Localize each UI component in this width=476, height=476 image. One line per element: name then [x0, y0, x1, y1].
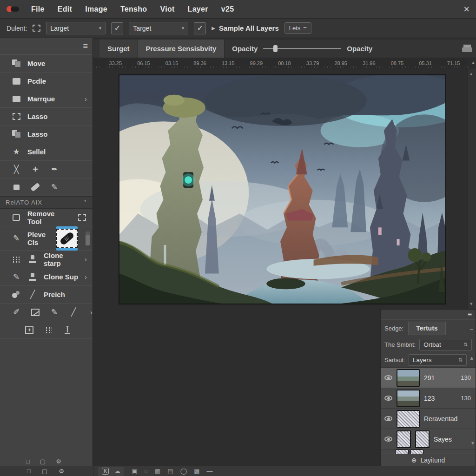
menu-layer[interactable]: Layer [188, 5, 208, 13]
slice-icon[interactable]: ╳ [11, 165, 21, 175]
menu-viot[interactable]: Viot [160, 5, 174, 13]
patch-icon[interactable] [13, 185, 20, 190]
panel-menu-icon[interactable]: ≡ [468, 311, 472, 319]
transform-marquee-icon[interactable] [33, 25, 40, 32]
tool-lasso-2[interactable]: Lasso [0, 126, 93, 143]
expand-corner-icon[interactable]: ⌝ [83, 199, 87, 206]
opacity-slider-thumb[interactable] [273, 45, 278, 52]
tab-tertuts[interactable]: Tertuts [408, 322, 445, 335]
tool-sellel[interactable]: ★ Sellel [0, 143, 93, 161]
tool-pleve-cls[interactable]: ✎ Pleve Cls [0, 226, 93, 251]
line-icon[interactable]: ╱ [68, 307, 79, 317]
brush-icon[interactable]: ✐ [11, 307, 21, 317]
layer-name: Reraventad [424, 415, 457, 423]
eye-icon[interactable] [384, 396, 392, 401]
ruler-tick: 05.31 [411, 60, 440, 66]
pen-icon[interactable]: ✎ [49, 182, 60, 192]
history-icon[interactable]: ◌ [144, 468, 148, 475]
tool-pcdle[interactable]: Pcdle [0, 73, 93, 90]
layer-row-sayes[interactable]: Sayes [381, 429, 476, 450]
tool-preich[interactable]: ╱ Preich [0, 286, 93, 304]
sampler-icon[interactable]: ✒ [49, 165, 60, 175]
tool-clone-sup[interactable]: ✎ Clone Sup › [0, 268, 93, 286]
sedge-label: Sedge: [384, 325, 403, 332]
frame-icon[interactable]: ▦ [155, 468, 160, 475]
rounded-square-icon[interactable]: ▢ [40, 458, 46, 465]
tool-panel: ≡ Move Pcdle Marrque › Lasso Lasso ★ Sel… [0, 38, 93, 466]
printer-icon[interactable] [462, 45, 472, 53]
target-select[interactable]: Target ▾ [129, 22, 188, 34]
canvas-image[interactable] [119, 74, 446, 304]
ruler-tick: 31.96 [355, 60, 383, 66]
eye-icon[interactable] [384, 436, 392, 442]
equals-icon: = [469, 325, 473, 332]
scroll-up-icon[interactable]: ▴ [470, 354, 473, 361]
scroll-up-icon[interactable]: ▴ [472, 59, 475, 66]
layer-name: Sayes [434, 436, 452, 443]
eye-icon[interactable] [384, 375, 392, 380]
tool-label: Clone Sup [44, 273, 78, 281]
tool-clone-stamp[interactable]: Clone starp › [0, 251, 93, 268]
layer-thumbnail [397, 410, 420, 428]
brush-icon[interactable]: ✎ [49, 307, 60, 317]
eye-icon[interactable] [384, 416, 392, 421]
scroll-down-icon[interactable]: ▾ [470, 301, 473, 307]
move-cross-icon[interactable]: + [30, 165, 40, 175]
tool-remove[interactable]: Remove Tool [0, 209, 93, 226]
camera-icon[interactable]: ▣ [132, 468, 137, 475]
menu-file[interactable]: File [31, 5, 45, 13]
tool-move[interactable]: Move [0, 55, 93, 73]
gear-icon[interactable]: ⚙ [59, 468, 64, 475]
layers-panel-footer[interactable]: ⊕ Layitund [381, 454, 476, 466]
panel-footer-icons: □ ▢ ⚙ [26, 458, 61, 465]
crop-image-icon[interactable] [31, 309, 40, 316]
vertical-scrollbar[interactable]: ▴ ▾ [468, 69, 476, 309]
menu-edit[interactable]: Edit [58, 5, 72, 13]
section-title: RelATO AIX [6, 199, 42, 206]
type-tool-icon[interactable]: I [65, 325, 70, 334]
dots-cluster-icon[interactable] [45, 327, 52, 333]
opacity-slider[interactable] [263, 48, 341, 49]
options-checkbox-2[interactable]: ✓ [194, 22, 206, 34]
layer-row-reraventad[interactable]: Reraventad [381, 409, 476, 429]
sample-all-layers[interactable]: ▶ Sample All Layers [212, 24, 278, 32]
lets-button[interactable]: Lets = [284, 22, 311, 34]
fantasy-landscape [119, 75, 445, 304]
layers-select[interactable]: Layers ⇅ [409, 354, 467, 366]
tab-surget[interactable]: Surget [99, 40, 138, 58]
square-icon[interactable]: □ [26, 458, 30, 465]
grid-icon[interactable]: ▩ [194, 468, 199, 475]
panel-menu-icon[interactable]: ≡ [83, 41, 88, 51]
scroll-up-icon[interactable]: ▴ [470, 71, 473, 77]
lasso-icon[interactable]: ◯ [180, 468, 187, 475]
k-badge-icon[interactable]: K [102, 468, 109, 475]
ortbat-select[interactable]: Ortbat ⇅ [419, 339, 472, 350]
larget-select[interactable]: Larget ▾ [46, 22, 106, 34]
menu-tensho[interactable]: Tensho [120, 5, 147, 13]
plus-box-icon[interactable]: + [25, 326, 33, 334]
chevron-down-icon: ▾ [177, 25, 185, 31]
tab-pressure-sensitivity[interactable]: Pressure Sensisbvity [138, 40, 225, 58]
scroll-down-icon[interactable]: ▾ [471, 440, 474, 446]
layer-row-291[interactable]: 291 130 [381, 368, 476, 388]
close-icon[interactable]: × [463, 4, 469, 14]
layer-row-123[interactable]: 123 130 [381, 388, 476, 409]
tool-nub-button[interactable] [86, 231, 90, 245]
menu-bar: File Edit Image Tensho Viot Layer v25 × [0, 0, 476, 19]
section-relato-aix: RelATO AIX ⌝ [0, 196, 93, 209]
square-icon[interactable]: □ [27, 468, 31, 475]
menu-v25[interactable]: v25 [221, 5, 234, 13]
options-checkbox-1[interactable]: ✓ [111, 22, 123, 34]
menu-image[interactable]: Image [85, 5, 107, 13]
gear-icon[interactable]: ⚙ [56, 458, 61, 465]
tool-lasso-1[interactable]: Lasso [0, 108, 93, 126]
tool-marrque[interactable]: Marrque › [0, 90, 93, 108]
bandage-tool-button[interactable] [56, 226, 78, 251]
rounded-square-icon[interactable]: ▢ [42, 468, 47, 475]
cloud-icon[interactable]: ☁ [114, 468, 120, 475]
tab-bar: Surget Pressure Sensisbvity Opacity Opac… [93, 40, 476, 58]
image-icon[interactable]: ▤ [167, 468, 173, 475]
eraser-icon[interactable] [30, 183, 40, 192]
rectangle-icon [13, 78, 20, 85]
minus-icon[interactable]: — [206, 468, 212, 475]
